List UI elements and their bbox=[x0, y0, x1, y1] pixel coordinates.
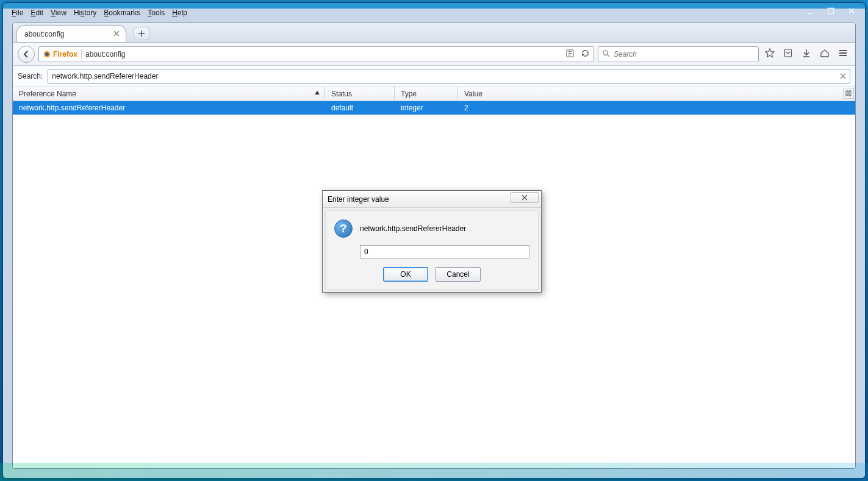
cancel-button[interactable]: Cancel bbox=[436, 267, 481, 282]
menu-bookmarks[interactable]: Bookmarks bbox=[104, 9, 140, 17]
dialog-input-wrapper bbox=[360, 245, 529, 258]
tabstrip: about:config bbox=[13, 23, 855, 43]
menu-bar: File Edit View History Bookmarks Tools H… bbox=[12, 9, 187, 17]
question-icon: ? bbox=[334, 219, 353, 238]
downloads-icon[interactable] bbox=[802, 48, 811, 60]
search-icon bbox=[602, 49, 610, 59]
svg-point-3 bbox=[45, 52, 49, 56]
dialog-close-button[interactable] bbox=[511, 192, 539, 203]
reader-mode-icon[interactable] bbox=[565, 49, 575, 60]
tab-aboutconfig[interactable]: about:config bbox=[16, 25, 126, 42]
menu-view[interactable]: View bbox=[51, 9, 66, 17]
clear-filter-icon[interactable] bbox=[839, 72, 847, 80]
dialog-body: ? network.http.sendRefererHeader OK Canc… bbox=[325, 210, 539, 290]
new-tab-button[interactable] bbox=[134, 27, 149, 40]
navbar: Firefox about:config bbox=[13, 43, 855, 66]
dialog-titlebar: Enter integer value bbox=[323, 191, 541, 208]
back-button[interactable] bbox=[18, 46, 35, 63]
menu-history[interactable]: History bbox=[74, 9, 96, 17]
menu-tools[interactable]: Tools bbox=[148, 9, 165, 17]
svg-rect-7 bbox=[846, 91, 848, 96]
menu-edit[interactable]: Edit bbox=[30, 9, 43, 17]
cell-name: network.http.sendRefererHeader bbox=[13, 104, 325, 112]
col-type[interactable]: Type bbox=[395, 87, 458, 101]
maximize-button[interactable] bbox=[822, 5, 839, 16]
dialog-pref-label: network.http.sendRefererHeader bbox=[360, 224, 466, 233]
sort-asc-icon bbox=[315, 91, 320, 94]
svg-rect-0 bbox=[807, 13, 813, 14]
menu-help[interactable]: Help bbox=[172, 9, 187, 17]
dialog-input[interactable] bbox=[364, 248, 525, 256]
menu-icon[interactable] bbox=[838, 48, 848, 60]
column-picker-icon[interactable] bbox=[843, 88, 854, 99]
identity-label: Firefox bbox=[53, 50, 77, 59]
ok-button[interactable]: OK bbox=[383, 267, 428, 282]
search-input[interactable] bbox=[614, 50, 755, 59]
svg-rect-1 bbox=[828, 9, 834, 14]
enter-integer-dialog: Enter integer value ? network.http.sendR… bbox=[322, 190, 542, 293]
bookmark-star-icon[interactable] bbox=[765, 48, 775, 60]
search-bar[interactable] bbox=[598, 46, 759, 62]
table-row[interactable]: network.http.sendRefererHeader default i… bbox=[13, 101, 855, 115]
col-value[interactable]: Value bbox=[458, 87, 855, 101]
url-bar[interactable]: Firefox about:config bbox=[38, 46, 594, 62]
pocket-icon[interactable] bbox=[783, 48, 793, 60]
cell-type: integer bbox=[395, 104, 458, 112]
window-controls bbox=[798, 3, 864, 19]
tab-close-icon[interactable] bbox=[112, 29, 121, 38]
col-status[interactable]: Status bbox=[325, 87, 395, 101]
home-icon[interactable] bbox=[820, 48, 830, 60]
firefox-identity-icon: Firefox bbox=[43, 50, 77, 59]
separator bbox=[81, 49, 82, 59]
svg-rect-6 bbox=[785, 49, 792, 57]
svg-point-5 bbox=[603, 50, 608, 54]
dialog-title: Enter integer value bbox=[328, 195, 389, 204]
filter-input[interactable] bbox=[52, 72, 846, 80]
filter-row: Search: bbox=[13, 66, 855, 87]
menu-file[interactable]: File bbox=[12, 9, 23, 17]
toolbar-buttons bbox=[762, 48, 850, 60]
cell-value: 2 bbox=[458, 104, 855, 112]
table-header: Preference Name Status Type Value bbox=[13, 87, 855, 101]
filter-input-wrapper bbox=[48, 69, 850, 84]
cell-status: default bbox=[325, 104, 395, 112]
url-text: about:config bbox=[85, 50, 125, 59]
svg-rect-8 bbox=[849, 91, 851, 96]
minimize-button[interactable] bbox=[802, 5, 819, 16]
col-preference-name[interactable]: Preference Name bbox=[13, 87, 325, 101]
filter-label: Search: bbox=[18, 72, 43, 80]
close-button[interactable] bbox=[843, 5, 860, 16]
tab-title: about:config bbox=[24, 30, 64, 38]
reload-icon[interactable] bbox=[581, 49, 590, 60]
